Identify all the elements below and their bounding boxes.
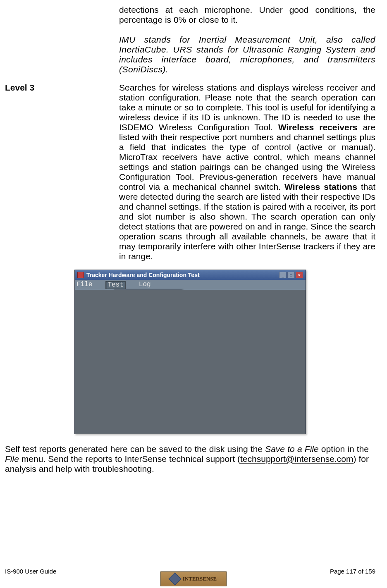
maximize-button[interactable]: □ [287, 272, 295, 278]
bottom-mid: option in the [319, 444, 369, 454]
minimize-button[interactable]: _ [279, 272, 287, 278]
bottom-file-word: File [5, 454, 19, 464]
section-label-empty [5, 5, 119, 74]
bottom-save-file: Save to a File [265, 444, 318, 454]
section-body-level3: Searches for wireless stations and displ… [119, 83, 375, 261]
section-label-level3: Level 3 [5, 83, 119, 261]
window-title: Tracker Hardware and Configuration Test [86, 272, 279, 278]
footer-logo-wrap: INTERSENSE [0, 571, 387, 586]
level3-bold1: Wireless receivers [278, 122, 358, 132]
level3-mid: are listed with their respective port nu… [119, 122, 375, 191]
bottom-pre: Self test reports generated here can be … [5, 444, 265, 454]
bottom-paragraph: Self test reports generated here can be … [5, 444, 369, 474]
menu-log[interactable]: Log [139, 281, 151, 289]
titlebar: Tracker Hardware and Configuration Test … [75, 270, 306, 280]
window-body [75, 290, 306, 434]
menu-file[interactable]: File [76, 281, 92, 289]
para-detections: detections at each microphone. Under goo… [119, 5, 375, 25]
level3-post: that were detected during the search are… [119, 182, 375, 261]
level3-bold2: Wireless stations [284, 182, 357, 191]
menubar: File Test Log [75, 280, 306, 290]
intersense-logo: INTERSENSE [160, 571, 227, 586]
close-button[interactable]: × [296, 272, 303, 278]
section-body-0: detections at each microphone. Under goo… [119, 5, 375, 74]
bottom-mid2: menu. Send the reports to InterSense tec… [19, 454, 240, 464]
app-window: Tracker Hardware and Configuration Test … [74, 270, 306, 434]
support-email: techsupport@intersense.com [240, 454, 353, 464]
menu-test[interactable]: Test [105, 281, 125, 289]
para-imu-note: IMU stands for Inertial Measurement Unit… [119, 35, 375, 74]
app-icon [77, 272, 84, 278]
logo-text: INTERSENSE [183, 576, 217, 582]
logo-diamond-icon [168, 572, 181, 585]
